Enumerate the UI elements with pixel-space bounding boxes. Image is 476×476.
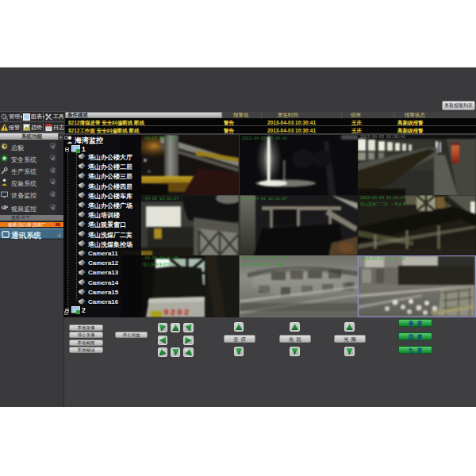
svg-text:9202: 9202 [163,308,190,317]
